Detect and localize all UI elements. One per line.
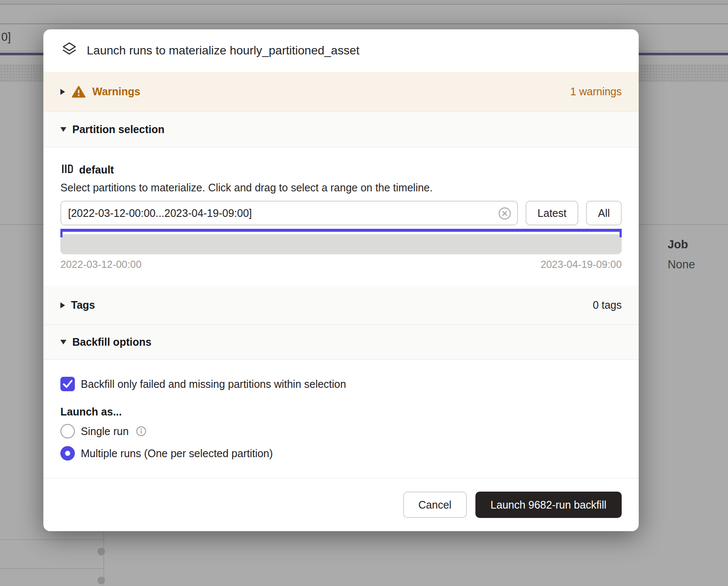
radio-multiple-runs-label: Multiple runs (One per selected partitio…	[81, 447, 273, 460]
background-row-divider	[0, 539, 103, 540]
clear-selection-icon[interactable]	[498, 206, 512, 221]
background-status-dot	[97, 548, 105, 555]
background-status-dot	[97, 577, 105, 584]
radio-single-run-label: Single run	[81, 425, 129, 438]
launch-backfill-dialog: Launch runs to materialize hourly_partit…	[43, 29, 639, 531]
caret-down-icon	[60, 340, 66, 344]
dialog-footer: Cancel Launch 9682-run backfill	[43, 478, 639, 531]
backfill-only-failed-row: Backfill only failed and missing partiti…	[60, 377, 622, 391]
radio-single-run[interactable]	[60, 424, 75, 438]
launch-backfill-button[interactable]: Launch 9682-run backfill	[475, 492, 622, 518]
checkbox-backfill-only-failed[interactable]	[60, 377, 75, 391]
dimension-row: default	[60, 163, 622, 176]
radio-multiple-runs-row: Multiple runs (One per selected partitio…	[60, 446, 622, 461]
warnings-count: 1 warnings	[570, 85, 622, 98]
dialog-title: Launch runs to materialize hourly_partit…	[87, 44, 359, 57]
partition-selection-toggle[interactable]: Partition selection	[43, 111, 639, 148]
asset-layers-icon	[60, 41, 78, 60]
dimension-name: default	[79, 164, 114, 176]
timeline-date-labels: 2022-03-12-00:00 2023-04-19-09:00	[60, 259, 622, 270]
latest-button[interactable]: Latest	[526, 201, 578, 225]
caret-right-icon	[60, 302, 65, 308]
partition-selection-header: Partition selection	[72, 123, 165, 136]
job-column-header: Job	[668, 238, 695, 251]
tags-count: 0 tags	[593, 299, 622, 311]
warnings-section-toggle[interactable]: Warnings 1 warnings	[43, 72, 639, 111]
warnings-label: Warnings	[92, 85, 140, 98]
partition-range-input[interactable]	[61, 207, 517, 219]
all-button[interactable]: All	[586, 201, 622, 225]
launch-as-label: Launch as...	[60, 406, 622, 418]
background-divider	[0, 23, 728, 24]
partition-timeline[interactable]	[60, 234, 622, 254]
partition-range-row: Latest All	[60, 201, 622, 225]
checkbox-label: Backfill only failed and missing partiti…	[81, 378, 346, 390]
background-job-column: Job None	[668, 238, 695, 271]
warning-triangle-icon	[72, 85, 85, 98]
cancel-button[interactable]: Cancel	[403, 492, 467, 518]
screen: 0] Job None Launch runs to materialize h…	[0, 0, 728, 586]
info-icon[interactable]	[136, 426, 147, 437]
radio-single-run-row: Single run	[60, 424, 622, 438]
dialog-header: Launch runs to materialize hourly_partit…	[43, 29, 639, 72]
tags-header: Tags	[71, 299, 95, 311]
backfill-options-header: Backfill options	[72, 336, 151, 348]
caret-down-icon	[60, 127, 66, 132]
radio-multiple-runs[interactable]	[60, 446, 75, 461]
background-input-fragment: 0]	[1, 31, 11, 44]
partition-dimension-icon	[60, 162, 74, 177]
backfill-options-toggle[interactable]: Backfill options	[43, 325, 639, 360]
caret-right-icon	[60, 89, 65, 95]
background-top-band	[0, 0, 728, 5]
partition-selection-body: default Select partitions to materialize…	[43, 148, 639, 286]
selected-range-indicator	[60, 229, 622, 232]
background-row-divider	[0, 568, 103, 569]
job-column-value: None	[668, 258, 695, 271]
partition-range-input-wrap	[60, 201, 518, 225]
timeline-start-label: 2022-03-12-00:00	[60, 259, 142, 270]
backfill-options-body: Backfill only failed and missing partiti…	[43, 360, 639, 478]
tags-section-toggle[interactable]: Tags 0 tags	[43, 286, 639, 325]
partition-selection-description: Select partitions to materialize. Click …	[60, 182, 622, 194]
timeline-end-label: 2023-04-19-09:00	[540, 259, 622, 270]
